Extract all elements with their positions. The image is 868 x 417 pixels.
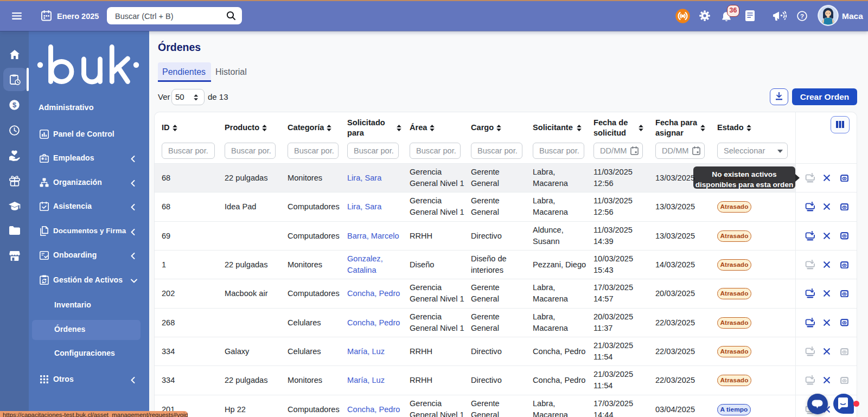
svg-text:$: $ <box>12 101 17 109</box>
svg-text:?: ? <box>800 13 804 20</box>
